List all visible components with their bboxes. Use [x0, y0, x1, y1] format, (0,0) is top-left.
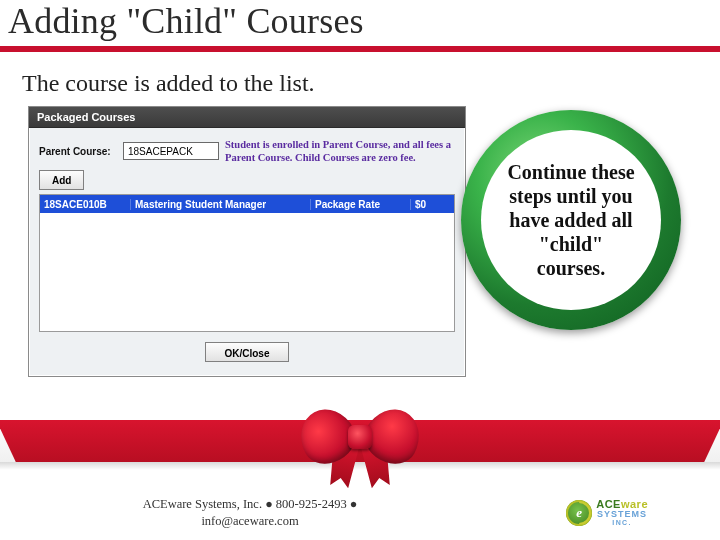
- cell-course-code: 18SACE010B: [40, 199, 130, 210]
- add-button[interactable]: Add: [39, 170, 84, 190]
- callout: Continue these steps until you have adde…: [443, 110, 683, 350]
- child-course-table: 18SACE010B Mastering Student Manager Pac…: [39, 194, 455, 332]
- footer-line: info@aceware.com: [120, 513, 380, 530]
- cell-rate-label: Package Rate: [310, 199, 410, 210]
- packaged-courses-dialog: Packaged Courses Parent Course: Student …: [28, 106, 466, 377]
- parent-course-label: Parent Course:: [39, 146, 117, 157]
- dialog-title: Packaged Courses: [29, 107, 465, 128]
- logo-mark-icon: e: [566, 500, 592, 526]
- bow-decoration: [300, 395, 420, 485]
- parent-course-field[interactable]: [123, 142, 219, 160]
- footer-contact: ACEware Systems, Inc. ● 800-925-2493 ● i…: [120, 496, 380, 530]
- title-bar: Adding "Child" Courses: [0, 0, 720, 52]
- footer-line: ACEware Systems, Inc. ● 800-925-2493 ●: [120, 496, 380, 513]
- logo-line: INC.: [596, 519, 648, 526]
- aceware-logo: e ACEware SYSTEMS INC.: [566, 499, 648, 526]
- slide-title: Adding "Child" Courses: [8, 0, 712, 42]
- cell-course-name: Mastering Student Manager: [130, 199, 310, 210]
- dialog-info-line: Parent Course. Child Courses are zero fe…: [225, 151, 455, 164]
- slide-subhead: The course is added to the list.: [22, 70, 708, 97]
- logo-text: ACEware SYSTEMS INC.: [596, 499, 648, 526]
- logo-line: SYSTEMS: [596, 510, 648, 519]
- table-row[interactable]: 18SACE010B Mastering Student Manager Pac…: [40, 195, 454, 213]
- dialog-info-line: Student is enrolled in Parent Course, an…: [225, 138, 455, 151]
- ok-close-button[interactable]: OK/Close: [205, 342, 288, 362]
- callout-text: Continue these steps until you have adde…: [503, 160, 639, 280]
